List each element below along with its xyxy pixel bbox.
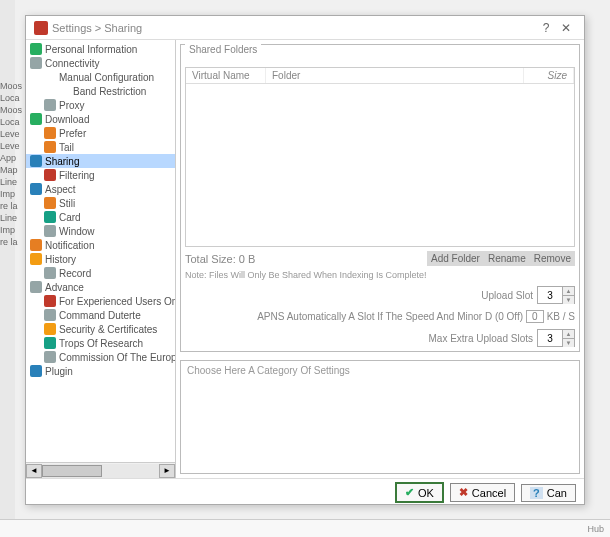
tree-node-label: Notification [45, 240, 94, 251]
main-panel: Shared Folders Virtual Name Folder Size … [176, 40, 584, 478]
upload-slot-input[interactable] [538, 287, 562, 303]
apns-value-input[interactable]: 0 [526, 310, 544, 323]
tree-node-label: Plugin [45, 366, 73, 377]
tree-node-label: Personal Information [45, 44, 137, 55]
scroll-thumb[interactable] [42, 465, 102, 477]
folder-list[interactable]: Virtual Name Folder Size [185, 67, 575, 247]
category-tree[interactable]: Personal InformationConnectivityManual C… [26, 40, 176, 478]
settings-dialog: Settings > Sharing ? ✕ Personal Informat… [25, 15, 585, 505]
tree-node-personal-information[interactable]: Personal Information [26, 42, 175, 56]
tree-node-command-duterte[interactable]: Command Duterte [26, 308, 175, 322]
upload-slot-label: Upload Slot [481, 290, 533, 301]
tree-node-record[interactable]: Record [26, 266, 175, 280]
tree-node-stili[interactable]: Stili [26, 196, 175, 210]
scroll-right-icon[interactable]: ► [159, 464, 175, 478]
tree-node-label: Filtering [59, 170, 95, 181]
tree-node-notification[interactable]: Notification [26, 238, 175, 252]
tree-node-icon [44, 127, 56, 139]
tree-node-manual-configuration[interactable]: Manual Configuration [26, 70, 175, 84]
tree-node-icon [44, 197, 56, 209]
col-size[interactable]: Size [524, 68, 574, 83]
tree-node-for-experienced-users-only[interactable]: For Experienced Users Only [26, 294, 175, 308]
tree-node-commission-of-the-european-communities[interactable]: Commission Of The European Communities [26, 350, 175, 364]
tree-node-icon [30, 113, 42, 125]
tree-node-icon [44, 337, 56, 349]
tree-node-filtering[interactable]: Filtering [26, 168, 175, 182]
tree-node-connectivity[interactable]: Connectivity [26, 56, 175, 70]
tree-node-window[interactable]: Window [26, 224, 175, 238]
tree-node-aspect[interactable]: Aspect [26, 182, 175, 196]
tree-node-icon [44, 169, 56, 181]
help-button[interactable]: ? [536, 21, 556, 35]
max-extra-label: Max Extra Upload Slots [429, 333, 534, 344]
tree-node-icon [44, 141, 56, 153]
spin-up-icon[interactable]: ▲ [562, 287, 574, 296]
total-size-label: Total Size: 0 B [185, 253, 427, 265]
cancel-button[interactable]: ✖ Cancel [450, 483, 515, 502]
tree-node-label: Command Duterte [59, 310, 141, 321]
tree-node-label: Download [45, 114, 89, 125]
tree-node-label: Proxy [59, 100, 85, 111]
tree-node-label: Band Restriction [73, 86, 146, 97]
tree-node-label: History [45, 254, 76, 265]
max-extra-input[interactable] [538, 330, 562, 346]
tree-node-label: Trops Of Research [59, 338, 143, 349]
tree-node-icon [30, 43, 42, 55]
spin-up-icon[interactable]: ▲ [562, 330, 574, 339]
dialog-title: Settings > Sharing [52, 22, 536, 34]
remove-button[interactable]: Remove [530, 251, 575, 266]
tree-node-icon [44, 323, 56, 335]
tree-node-plugin[interactable]: Plugin [26, 364, 175, 378]
indexing-note: Note: Files Will Only Be Shared When Ind… [185, 270, 575, 280]
folder-list-header: Virtual Name Folder Size [186, 68, 574, 84]
tree-node-icon [44, 225, 56, 237]
tree-node-label: Record [59, 268, 91, 279]
tree-node-label: Advance [45, 282, 84, 293]
tree-node-security-certificates[interactable]: Security & Certificates [26, 322, 175, 336]
tree-node-trops-of-research[interactable]: Trops Of Research [26, 336, 175, 350]
col-folder[interactable]: Folder [266, 68, 524, 83]
tree-node-label: Prefer [59, 128, 86, 139]
tree-node-icon [44, 309, 56, 321]
tree-node-history[interactable]: History [26, 252, 175, 266]
tree-node-label: Manual Configuration [59, 72, 154, 83]
tree-node-icon [44, 295, 56, 307]
tree-node-tail[interactable]: Tail [26, 140, 175, 154]
spin-down-icon[interactable]: ▼ [562, 296, 574, 304]
folder-list-body[interactable] [186, 84, 574, 239]
help-dialog-button[interactable]: ? Can [521, 484, 576, 502]
tree-hscrollbar[interactable]: ◄ ► [26, 462, 175, 478]
spin-down-icon[interactable]: ▼ [562, 339, 574, 347]
tree-node-icon [44, 351, 56, 363]
upload-slot-spinner[interactable]: ▲ ▼ [537, 286, 575, 304]
scroll-track[interactable] [42, 464, 159, 478]
add-folder-button[interactable]: Add Folder [427, 251, 484, 266]
tree-node-band-restriction[interactable]: Band Restriction [26, 84, 175, 98]
background-window: Moos Loca Moos Loca Leve Leve App Map Li… [0, 0, 15, 537]
tree-node-label: Tail [59, 142, 74, 153]
scroll-left-icon[interactable]: ◄ [26, 464, 42, 478]
tree-node-download[interactable]: Download [26, 112, 175, 126]
check-icon: ✔ [405, 486, 414, 499]
tree-node-icon [30, 155, 42, 167]
tree-node-label: Aspect [45, 184, 76, 195]
tree-node-icon [44, 211, 56, 223]
tree-node-advance[interactable]: Advance [26, 280, 175, 294]
cancel-label: Cancel [472, 487, 506, 499]
tree-node-icon [30, 239, 42, 251]
tree-node-label: Card [59, 212, 81, 223]
x-icon: ✖ [459, 486, 468, 499]
help-description: Choose Here A Category Of Settings [180, 360, 580, 474]
tree-node-proxy[interactable]: Proxy [26, 98, 175, 112]
tree-node-sharing[interactable]: Sharing [26, 154, 175, 168]
max-extra-spinner[interactable]: ▲ ▼ [537, 329, 575, 347]
tree-node-prefer[interactable]: Prefer [26, 126, 175, 140]
tree-node-card[interactable]: Card [26, 210, 175, 224]
ok-button[interactable]: ✔ OK [395, 482, 444, 503]
group-title: Shared Folders [185, 44, 261, 55]
ok-label: OK [418, 487, 434, 499]
status-hub: Hub [587, 524, 604, 534]
rename-button[interactable]: Rename [484, 251, 530, 266]
col-virtual-name[interactable]: Virtual Name [186, 68, 266, 83]
close-button[interactable]: ✕ [556, 21, 576, 35]
